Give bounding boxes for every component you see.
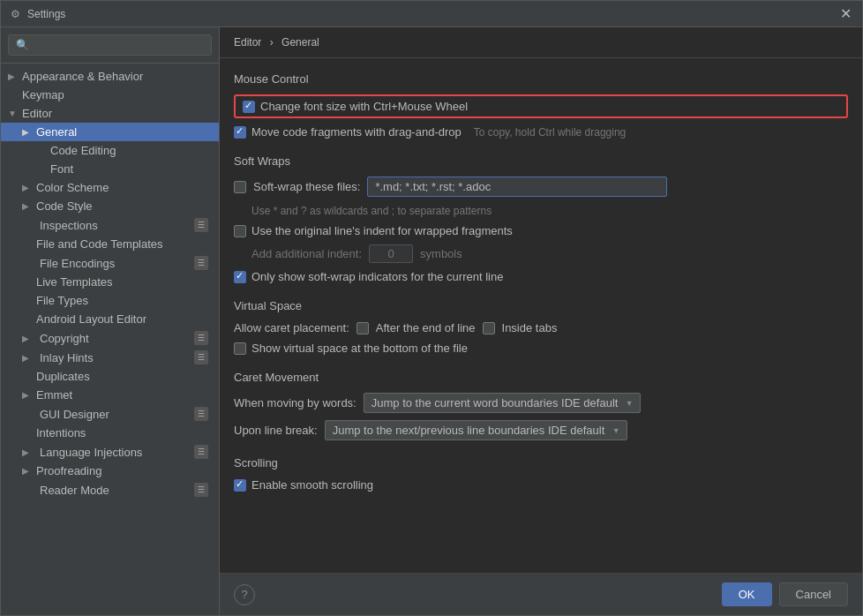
arrow-icon: ▶ — [22, 127, 33, 137]
search-input[interactable] — [8, 34, 212, 56]
breadcrumb-separator: › — [270, 36, 274, 49]
drag-drop-hint: To copy, hold Ctrl while dragging — [474, 126, 627, 139]
soft-wraps-section: Soft Wraps Soft-wrap these files: Use * … — [234, 154, 848, 283]
help-button[interactable]: ? — [234, 584, 255, 605]
mouse-control-section: Mouse Control Change font size with Ctrl… — [234, 72, 848, 139]
sidebar-item-file-code-templates[interactable]: ▶ File and Code Templates — [1, 235, 219, 253]
sidebar: ▶ Appearance & Behavior ▶ Keymap ▼ Edito… — [1, 27, 220, 615]
badge-icon: ☰ — [194, 483, 208, 497]
tree: ▶ Appearance & Behavior ▶ Keymap ▼ Edito… — [1, 64, 219, 615]
sidebar-item-label: Reader Mode — [40, 484, 109, 497]
sidebar-item-language-injections[interactable]: ▶ Language Injections ☰ — [1, 442, 219, 462]
only-show-indicators-label: Only show soft-wrap indicators for the c… — [251, 270, 503, 283]
badge-icon: ☰ — [194, 350, 208, 364]
sidebar-item-reader-mode[interactable]: ▶ Reader Mode ☰ — [1, 480, 219, 500]
arrow-icon: ▶ — [22, 334, 33, 343]
sidebar-item-label: Code Editing — [50, 144, 212, 157]
upon-break-select[interactable]: Jump to the next/previous line boundarie… — [325, 420, 627, 440]
sidebar-item-label: Emmet — [36, 388, 212, 402]
sidebar-item-general[interactable]: ▶ General — [1, 123, 219, 141]
sidebar-item-keymap[interactable]: ▶ Keymap — [1, 86, 219, 104]
sidebar-item-code-editing[interactable]: ▶ Code Editing — [1, 141, 219, 160]
sidebar-item-font[interactable]: ▶ Font — [1, 160, 219, 178]
mouse-control-title: Mouse Control — [234, 72, 848, 86]
original-indent-checkbox[interactable] — [234, 225, 246, 237]
badge-icon: ☰ — [194, 256, 208, 270]
symbols-label: symbols — [420, 247, 462, 260]
badge-icon: ☰ — [194, 445, 208, 459]
additional-indent-input[interactable] — [369, 244, 413, 263]
sidebar-item-label: Intentions — [36, 426, 212, 439]
sidebar-item-code-style[interactable]: ▶ Code Style — [1, 197, 219, 215]
window-title: Settings — [27, 8, 837, 20]
soft-wraps-title: Soft Wraps — [234, 154, 848, 168]
inside-tabs-checkbox[interactable] — [483, 322, 495, 334]
sidebar-item-label: Color Scheme — [36, 181, 212, 194]
sidebar-item-label: Editor — [22, 107, 212, 120]
sidebar-item-label: Android Layout Editor — [36, 312, 212, 326]
upon-break-select-wrapper: Jump to the next/previous line boundarie… — [325, 420, 627, 440]
virtual-space-bottom-checkbox[interactable] — [234, 342, 246, 355]
sidebar-item-live-templates[interactable]: ▶ Live Templates — [1, 273, 219, 291]
arrow-icon: ▶ — [8, 71, 19, 81]
inside-tabs-label: Inside tabs — [502, 321, 558, 334]
when-moving-select[interactable]: Jump to the current word boundaries IDE … — [364, 393, 641, 413]
sidebar-item-intentions[interactable]: ▶ Intentions — [1, 424, 219, 442]
breadcrumb: Editor › General — [220, 27, 862, 58]
virtual-space-bottom-row: Show virtual space at the bottom of the … — [234, 342, 848, 355]
sidebar-item-proofreading[interactable]: ▶ Proofreading — [1, 462, 219, 480]
original-indent-row: Use the original line's indent for wrapp… — [234, 224, 848, 237]
search-box — [1, 27, 219, 64]
soft-wrap-label: Soft-wrap these files: — [253, 180, 360, 193]
additional-indent-label: Add additional indent: — [251, 247, 362, 260]
move-code-fragments-checkbox[interactable] — [234, 126, 246, 139]
arrow-icon: ▶ — [22, 183, 33, 192]
additional-indent-row: Add additional indent: symbols — [234, 244, 848, 263]
bottom-bar: ? OK Cancel — [220, 573, 862, 615]
soft-wrap-files-input[interactable] — [367, 177, 667, 197]
caret-movement-section: Caret Movement When moving by words: Jum… — [234, 371, 848, 440]
sidebar-item-color-scheme[interactable]: ▶ Color Scheme — [1, 178, 219, 197]
sidebar-item-label: General — [36, 125, 212, 139]
sidebar-item-file-types[interactable]: ▶ File Types — [1, 291, 219, 310]
sidebar-item-android-layout-editor[interactable]: ▶ Android Layout Editor — [1, 310, 219, 328]
sidebar-item-inspections[interactable]: ▶ Inspections ☰ — [1, 215, 219, 235]
sidebar-item-inlay-hints[interactable]: ▶ Inlay Hints ☰ — [1, 348, 219, 367]
virtual-space-title: Virtual Space — [234, 299, 848, 312]
only-show-indicators-checkbox[interactable] — [234, 271, 246, 283]
arrow-icon: ▶ — [22, 390, 33, 400]
arrow-icon: ▶ — [22, 353, 33, 363]
title-bar: ⚙ Settings ✕ — [1, 1, 862, 27]
ok-button[interactable]: OK — [722, 582, 772, 606]
sidebar-item-gui-designer[interactable]: ▶ GUI Designer ☰ — [1, 404, 219, 424]
smooth-scrolling-label: Enable smooth scrolling — [251, 478, 373, 492]
close-button[interactable]: ✕ — [837, 5, 855, 22]
soft-wrap-checkbox[interactable] — [234, 181, 246, 193]
main-panel: Editor › General Mouse Control Change fo… — [220, 27, 862, 615]
scrolling-section: Scrolling Enable smooth scrolling — [234, 456, 848, 492]
virtual-space-bottom-label: Show virtual space at the bottom of the … — [251, 342, 468, 355]
sidebar-item-label: Code Style — [36, 199, 212, 213]
sidebar-item-emmet[interactable]: ▶ Emmet — [1, 386, 219, 404]
change-font-size-checkbox[interactable] — [243, 101, 255, 113]
sidebar-item-copyright[interactable]: ▶ Copyright ☰ — [1, 328, 219, 348]
when-moving-select-wrapper: Jump to the current word boundaries IDE … — [364, 393, 641, 413]
arrow-icon: ▶ — [22, 201, 33, 211]
move-code-fragments-row: Move code fragments with drag-and-drop T… — [234, 125, 848, 139]
sidebar-item-label: Proofreading — [36, 464, 212, 477]
smooth-scrolling-checkbox[interactable] — [234, 479, 246, 492]
sidebar-item-label: File Types — [36, 294, 212, 307]
upon-break-row: Upon line break: Jump to the next/previo… — [234, 420, 848, 440]
sidebar-item-appearance[interactable]: ▶ Appearance & Behavior — [1, 67, 219, 86]
after-end-of-line-checkbox[interactable] — [356, 322, 369, 334]
cancel-button[interactable]: Cancel — [779, 582, 848, 606]
smooth-scrolling-row: Enable smooth scrolling — [234, 478, 848, 492]
sidebar-item-duplicates[interactable]: ▶ Duplicates — [1, 367, 219, 386]
sidebar-item-label: Keymap — [22, 88, 212, 101]
sidebar-item-editor[interactable]: ▼ Editor — [1, 104, 219, 123]
sidebar-item-file-encodings[interactable]: ▶ File Encodings ☰ — [1, 253, 219, 273]
when-moving-label: When moving by words: — [234, 396, 356, 409]
sidebar-item-label: File Encodings — [40, 257, 115, 270]
arrow-icon: ▶ — [22, 466, 33, 476]
sidebar-item-label: Live Templates — [36, 275, 212, 289]
